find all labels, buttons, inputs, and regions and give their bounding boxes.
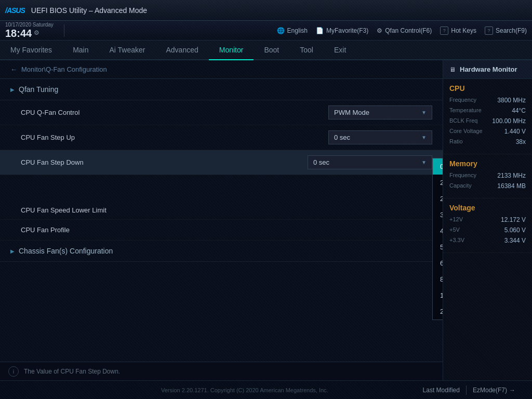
- setting-row-cpu-fan-step-up[interactable]: CPU Fan Step Up 0 sec ▼: [0, 125, 443, 150]
- hw-cpu-frequency-value: 3800 MHz: [497, 97, 526, 104]
- qfan-tuning-arrow: ▶: [10, 87, 15, 92]
- chassis-fans-header[interactable]: ▶ Chassis Fan(s) Configuration: [0, 241, 443, 262]
- english-label: English: [287, 27, 308, 34]
- footer-copyright: Version 2.20.1271. Copyright (C) 2020 Am…: [73, 387, 417, 393]
- info-icon: i: [8, 366, 19, 377]
- toolbar-english[interactable]: 🌐 English: [277, 27, 308, 34]
- cpu-fan-step-up-dropdown[interactable]: 0 sec ▼: [328, 130, 432, 144]
- setting-row-cpu-fan-profile[interactable]: CPU Fan Profile: [0, 220, 443, 241]
- monitor-icon: 🖥: [449, 66, 456, 73]
- toolbar-hotkeys[interactable]: ? Hot Keys: [440, 26, 476, 35]
- qfan-tuning-label: Qfan Tuning: [19, 85, 58, 94]
- last-modified-button[interactable]: Last Modified: [417, 384, 466, 396]
- hw-voltage-33v-value: 3.344 V: [504, 237, 526, 244]
- back-arrow-icon[interactable]: ←: [10, 65, 17, 73]
- dropdown-option-50sec[interactable]: 5.0 sec: [433, 239, 443, 255]
- nav-item-advanced[interactable]: Advanced: [155, 41, 208, 60]
- ezmode-label: EzMode(F7): [473, 387, 507, 394]
- dropdown-option-36sec[interactable]: 3.6 sec: [433, 207, 443, 223]
- cpu-qfan-control-dropdown-value: PWM Mode: [334, 109, 369, 116]
- hw-cpu-row-ratio: Ratio 38x: [449, 138, 526, 145]
- nav-item-main[interactable]: Main: [62, 41, 99, 60]
- breadcrumb[interactable]: ← Monitor\Q-Fan Configuration: [0, 60, 443, 79]
- hw-memory-frequency-label: Frequency: [449, 172, 476, 179]
- dropdown-chevron-2: ▼: [421, 159, 427, 165]
- bios-title: UEFI BIOS Utility – Advanced Mode: [31, 6, 147, 15]
- qfan-tuning-header[interactable]: ▶ Qfan Tuning: [0, 79, 443, 100]
- hw-monitor-header: 🖥 Hardware Monitor: [443, 60, 532, 79]
- dropdown-option-42sec[interactable]: 4.2 sec: [433, 223, 443, 239]
- cpu-qfan-control-value[interactable]: PWM Mode ▼: [328, 105, 432, 119]
- hw-voltage-row-5v: +5V 5.060 V: [449, 227, 526, 234]
- settings-gear-icon[interactable]: ⚙: [34, 30, 39, 36]
- toolbar: 10/17/2020 Saturday 18:44 ⚙ 🌐 English 📄 …: [0, 21, 532, 41]
- setting-row-cpu-qfan-control[interactable]: CPU Q-Fan Control PWM Mode ▼: [0, 100, 443, 125]
- hw-cpu-corevoltage-value: 1.440 V: [504, 128, 526, 135]
- setting-row-cpu-fan-step-down[interactable]: CPU Fan Step Down 0 sec ▼: [0, 150, 443, 175]
- hardware-monitor-panel: 🖥 Hardware Monitor CPU Frequency 3800 MH…: [443, 60, 532, 380]
- cpu-fan-step-down-dropdown[interactable]: 0 sec ▼: [308, 155, 432, 169]
- nav-item-ai-tweaker[interactable]: Ai Tweaker: [99, 41, 155, 60]
- chassis-label: Chassis Fan(s) Configuration: [19, 247, 113, 255]
- hw-memory-capacity-value: 16384 MB: [497, 182, 526, 190]
- dropdown-option-21sec[interactable]: 2.1 sec: [433, 175, 443, 191]
- hw-voltage-row-33v: +3.3V 3.344 V: [449, 237, 526, 244]
- hw-cpu-temperature-label: Temperature: [449, 107, 482, 114]
- nav-item-monitor[interactable]: Monitor: [209, 41, 254, 60]
- dropdown-chevron-0: ▼: [421, 110, 427, 115]
- globe-icon: 🌐: [277, 27, 285, 34]
- hw-cpu-temperature-value: 44°C: [512, 107, 526, 114]
- dropdown-option-0sec[interactable]: 0 sec: [433, 158, 443, 175]
- content-area: ← Monitor\Q-Fan Configuration ▶ Qfan Tun…: [0, 60, 443, 380]
- cpu-fan-step-down-dropdown-list[interactable]: 0 sec 2.1 sec 2.8 sec 3.6 sec 4.2 sec 5.…: [432, 158, 443, 320]
- hw-cpu-row-temperature: Temperature 44°C: [449, 107, 526, 114]
- toolbar-divider-1: [64, 24, 64, 37]
- chassis-arrow: ▶: [10, 248, 15, 254]
- nav-item-boot[interactable]: Boot: [254, 41, 289, 60]
- cpu-fan-step-up-dropdown-value: 0 sec: [334, 134, 350, 141]
- info-text: The Value of CPU Fan Step Down.: [24, 368, 120, 375]
- dropdown-option-63sec[interactable]: 6.3 sec: [433, 255, 443, 271]
- toolbar-myfavorite[interactable]: 📄 MyFavorite(F3): [316, 27, 368, 34]
- hw-cpu-title: CPU: [449, 84, 526, 92]
- setting-row-cpu-fan-speed-lower[interactable]: CPU Fan Speed Lower Limit: [0, 175, 443, 220]
- hw-memory-section: Memory Frequency 2133 MHz Capacity 16384…: [443, 154, 532, 198]
- ezmode-button[interactable]: EzMode(F7) →: [467, 384, 522, 396]
- search-label: Search(F9): [496, 27, 527, 34]
- asus-brand-text: /ASUS: [5, 6, 25, 15]
- hw-memory-title: Memory: [449, 159, 526, 168]
- hw-memory-row-frequency: Frequency 2133 MHz: [449, 172, 526, 179]
- cpu-fan-speed-lower-label: CPU Fan Speed Lower Limit: [21, 206, 432, 214]
- date-text: 10/17/2020 Saturday: [5, 22, 54, 28]
- hw-voltage-33v-label: +3.3V: [449, 237, 464, 244]
- dropdown-option-25sec[interactable]: 25 sec: [433, 303, 443, 320]
- myfavorite-label: MyFavorite(F3): [326, 27, 368, 34]
- dropdown-option-12sec[interactable]: 12 sec: [433, 287, 443, 303]
- qfan-label: Qfan Control(F6): [385, 27, 432, 34]
- question-icon-hotkeys: ?: [440, 26, 448, 35]
- toolbar-qfan[interactable]: ⚙ Qfan Control(F6): [377, 27, 432, 34]
- breadcrumb-path: Monitor\Q-Fan Configuration: [21, 65, 107, 73]
- hw-cpu-frequency-label: Frequency: [449, 97, 476, 104]
- hw-voltage-5v-label: +5V: [449, 227, 460, 234]
- settings-container: CPU Q-Fan Control PWM Mode ▼ CPU Fan Ste…: [0, 100, 443, 241]
- time-text: 18:44: [5, 28, 32, 39]
- cpu-fan-profile-label: CPU Fan Profile: [21, 226, 432, 234]
- nav-item-my-favorites[interactable]: My Favorites: [0, 41, 62, 60]
- hw-cpu-bclk-label: BCLK Freq: [449, 117, 477, 125]
- nav-item-tool[interactable]: Tool: [289, 41, 324, 60]
- question-icon-search: ?: [485, 26, 493, 35]
- hotkeys-label: Hot Keys: [451, 27, 476, 34]
- footer: Version 2.20.1271. Copyright (C) 2020 Am…: [0, 380, 532, 399]
- cpu-fan-step-down-value[interactable]: 0 sec ▼: [308, 155, 432, 169]
- toolbar-search[interactable]: ? Search(F9): [485, 26, 527, 35]
- nav-item-exit[interactable]: Exit: [324, 41, 356, 60]
- cpu-fan-step-up-value[interactable]: 0 sec ▼: [328, 130, 432, 144]
- dropdown-option-28sec[interactable]: 2.8 sec: [433, 191, 443, 207]
- hw-cpu-ratio-label: Ratio: [449, 138, 463, 145]
- time-display: 18:44 ⚙: [5, 28, 54, 39]
- cpu-qfan-control-dropdown[interactable]: PWM Mode ▼: [328, 105, 432, 119]
- asus-logo: /ASUS: [5, 6, 25, 15]
- dropdown-option-85sec[interactable]: 8.5 sec: [433, 271, 443, 287]
- ezmode-arrow-icon: →: [509, 387, 515, 394]
